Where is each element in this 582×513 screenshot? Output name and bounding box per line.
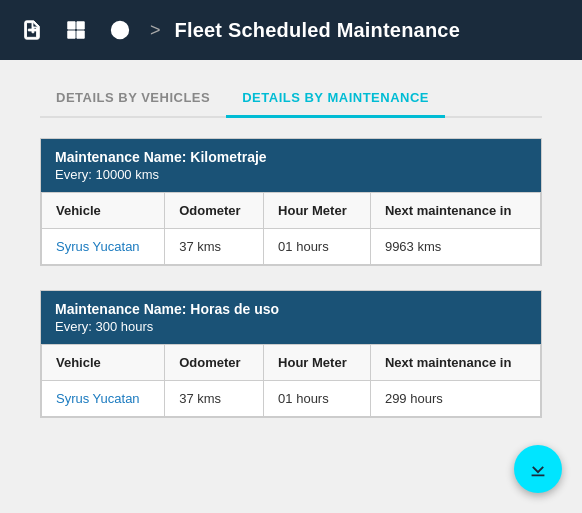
app-header: > Fleet Scheduled Maintenance	[0, 0, 582, 60]
page-title: Fleet Scheduled Maintenance	[175, 19, 460, 42]
maintenance-block-1: Maintenance Name: Kilometraje Every: 100…	[40, 138, 542, 266]
cell-odometer-1-0: 37 kms	[165, 229, 264, 265]
add-icon[interactable]	[16, 14, 48, 46]
table-row: Syrus Yucatan 37 kms 01 hours 299 hours	[42, 381, 541, 417]
col-odometer-1: Odometer	[165, 193, 264, 229]
tab-by-maintenance[interactable]: DETAILS BY MAINTENANCE	[226, 80, 445, 118]
tab-bar: DETAILS BY VEHICLES DETAILS BY MAINTENAN…	[40, 80, 542, 118]
cell-hour-meter-1-0: 01 hours	[264, 229, 371, 265]
cell-next-maint-1-0: 9963 kms	[370, 229, 540, 265]
tab-by-vehicles[interactable]: DETAILS BY VEHICLES	[40, 80, 226, 118]
maintenance-header-1: Maintenance Name: Kilometraje Every: 100…	[41, 139, 541, 192]
grid-icon[interactable]	[60, 14, 92, 46]
col-next-maintenance-2: Next maintenance in	[370, 345, 540, 381]
cell-vehicle-2-0: Syrus Yucatan	[42, 381, 165, 417]
download-fab[interactable]	[514, 445, 562, 493]
cell-vehicle-1-0: Syrus Yucatan	[42, 229, 165, 265]
col-hour-meter-1: Hour Meter	[264, 193, 371, 229]
table-header-row-2: Vehicle Odometer Hour Meter Next mainten…	[42, 345, 541, 381]
maintenance-table-1: Vehicle Odometer Hour Meter Next mainten…	[41, 192, 541, 265]
clock-icon[interactable]	[104, 14, 136, 46]
col-next-maintenance-1: Next maintenance in	[370, 193, 540, 229]
main-content: DETAILS BY VEHICLES DETAILS BY MAINTENAN…	[0, 60, 582, 462]
maintenance-name-2: Maintenance Name: Horas de uso	[55, 301, 527, 317]
col-vehicle-2: Vehicle	[42, 345, 165, 381]
breadcrumb-separator: >	[150, 20, 161, 41]
col-vehicle-1: Vehicle	[42, 193, 165, 229]
maintenance-header-2: Maintenance Name: Horas de uso Every: 30…	[41, 291, 541, 344]
maintenance-every-1: Every: 10000 kms	[55, 167, 527, 182]
table-row: Syrus Yucatan 37 kms 01 hours 9963 kms	[42, 229, 541, 265]
col-hour-meter-2: Hour Meter	[264, 345, 371, 381]
maintenance-block-2: Maintenance Name: Horas de uso Every: 30…	[40, 290, 542, 418]
maintenance-name-1: Maintenance Name: Kilometraje	[55, 149, 527, 165]
col-odometer-2: Odometer	[165, 345, 264, 381]
download-icon	[527, 458, 549, 480]
cell-odometer-2-0: 37 kms	[165, 381, 264, 417]
maintenance-every-2: Every: 300 hours	[55, 319, 527, 334]
table-header-row-1: Vehicle Odometer Hour Meter Next mainten…	[42, 193, 541, 229]
maintenance-table-2: Vehicle Odometer Hour Meter Next mainten…	[41, 344, 541, 417]
cell-hour-meter-2-0: 01 hours	[264, 381, 371, 417]
cell-next-maint-2-0: 299 hours	[370, 381, 540, 417]
